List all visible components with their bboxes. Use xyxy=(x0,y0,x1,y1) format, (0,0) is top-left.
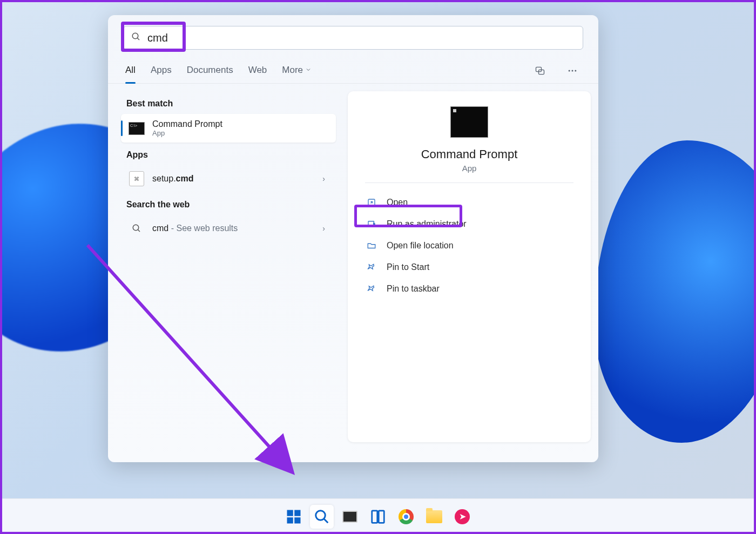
svg-line-17 xyxy=(324,518,328,523)
tab-more[interactable]: More xyxy=(282,60,312,83)
svg-rect-13 xyxy=(294,510,300,516)
section-search-web: Search the web xyxy=(121,192,336,215)
taskbar-task-view[interactable] xyxy=(338,505,362,529)
svg-point-16 xyxy=(316,510,326,520)
action-open[interactable]: Open xyxy=(361,193,578,212)
pin-icon xyxy=(366,262,377,273)
taskbar-chrome[interactable] xyxy=(394,505,418,529)
search-bar[interactable] xyxy=(123,26,583,50)
chrome-icon xyxy=(399,509,414,524)
svg-rect-15 xyxy=(294,517,300,523)
svg-point-0 xyxy=(132,33,138,39)
search-icon xyxy=(131,32,141,44)
chevron-right-icon: › xyxy=(322,224,328,233)
start-button[interactable] xyxy=(282,505,306,529)
tab-apps[interactable]: Apps xyxy=(151,60,172,83)
search-tabs: All Apps Documents Web More xyxy=(108,55,598,84)
section-apps: Apps xyxy=(121,143,336,165)
search-input[interactable] xyxy=(147,32,575,44)
taskbar-file-explorer[interactable] xyxy=(422,505,446,529)
lips-icon: ➤ xyxy=(455,509,470,524)
start-search-panel: All Apps Documents Web More Best match C… xyxy=(108,15,598,462)
svg-rect-12 xyxy=(287,510,293,516)
search-icon xyxy=(129,220,145,236)
svg-rect-19 xyxy=(379,510,384,523)
taskbar-app-pink[interactable]: ➤ xyxy=(450,505,474,529)
task-view-icon xyxy=(342,511,357,523)
taskbar: ➤ xyxy=(0,498,756,534)
svg-point-7 xyxy=(133,225,139,231)
svg-rect-14 xyxy=(287,517,293,523)
result-title: Command Prompt xyxy=(152,119,328,129)
result-web-cmd[interactable]: cmd - See web results › xyxy=(121,215,336,242)
action-pin-to-taskbar[interactable]: Pin to taskbar xyxy=(361,279,578,299)
folder-icon xyxy=(366,240,377,251)
cmd-file-icon: ⌘ xyxy=(129,171,144,186)
action-label: Open file location xyxy=(387,241,454,251)
result-title: setup.cmd xyxy=(152,174,315,184)
tab-web[interactable]: Web xyxy=(248,60,267,83)
open-icon xyxy=(366,197,377,208)
more-options-icon[interactable] xyxy=(564,62,581,82)
action-label: Pin to Start xyxy=(387,262,429,272)
preview-title: Command Prompt xyxy=(421,147,518,161)
result-setup-cmd[interactable]: ⌘ setup.cmd › xyxy=(121,165,336,192)
tab-documents[interactable]: Documents xyxy=(187,60,233,83)
preview-subtitle: App xyxy=(462,164,477,173)
chevron-right-icon: › xyxy=(322,174,328,183)
result-title: cmd - See web results xyxy=(152,224,315,233)
action-label: Open xyxy=(387,198,408,207)
taskbar-widgets[interactable] xyxy=(366,505,390,529)
svg-line-8 xyxy=(138,229,140,232)
action-label: Run as administrator xyxy=(387,219,467,229)
taskbar-search-button[interactable] xyxy=(310,505,334,529)
shield-icon xyxy=(366,219,377,229)
svg-point-5 xyxy=(572,70,573,72)
svg-rect-10 xyxy=(368,221,374,226)
action-run-as-administrator[interactable]: Run as administrator xyxy=(361,214,578,234)
feedback-icon[interactable] xyxy=(531,62,549,82)
command-prompt-icon xyxy=(129,122,145,135)
folder-icon xyxy=(426,510,442,523)
svg-line-1 xyxy=(137,38,139,40)
preview-pane: Command Prompt App Open Run as administr… xyxy=(348,91,591,442)
svg-point-4 xyxy=(569,70,570,72)
action-open-file-location[interactable]: Open file location xyxy=(361,236,578,255)
svg-point-6 xyxy=(575,70,576,72)
preview-app-icon xyxy=(450,106,488,138)
tab-more-label: More xyxy=(282,65,303,76)
result-subtitle: App xyxy=(152,129,328,137)
pin-icon xyxy=(366,283,377,294)
action-label: Pin to taskbar xyxy=(387,284,440,294)
results-column: Best match Command Prompt App Apps ⌘ set… xyxy=(116,91,341,442)
svg-rect-18 xyxy=(372,510,377,523)
result-command-prompt[interactable]: Command Prompt App xyxy=(121,114,336,143)
tab-all[interactable]: All xyxy=(125,60,136,83)
section-best-match: Best match xyxy=(121,91,336,114)
chevron-down-icon xyxy=(305,65,312,76)
action-pin-to-start[interactable]: Pin to Start xyxy=(361,258,578,277)
